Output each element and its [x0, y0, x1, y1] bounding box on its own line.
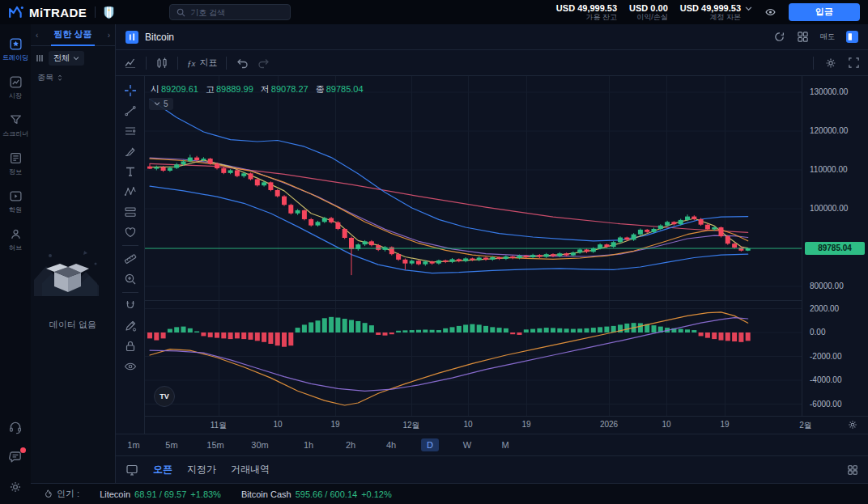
profit-loss-label: 이익/손실: [629, 13, 668, 21]
chat-icon[interactable]: [8, 450, 23, 464]
eye-icon[interactable]: [764, 7, 777, 17]
close-value: 89785.04: [326, 84, 364, 94]
sidebar-item-hub[interactable]: 허브: [9, 227, 23, 252]
orders-tabbar: 오픈 지정가 거래내역: [116, 455, 868, 483]
chevron-down-icon[interactable]: [745, 6, 752, 11]
timeframe-1h[interactable]: 1h: [298, 438, 319, 451]
undo-icon[interactable]: [236, 57, 249, 70]
price-axis[interactable]: 130000.00120000.00110000.00100000.008000…: [802, 76, 868, 416]
lock-icon[interactable]: [123, 339, 138, 354]
search-input[interactable]: [190, 8, 297, 17]
long-position-icon[interactable]: [123, 205, 138, 219]
ticker-name: Litecoin: [100, 489, 130, 499]
timeframe-5m[interactable]: 5m: [160, 438, 183, 451]
indicator-group-chip[interactable]: 5: [149, 98, 173, 110]
market-icon: [9, 75, 23, 89]
settings-gear-icon[interactable]: [8, 480, 23, 494]
timeframe-monthly[interactable]: M: [496, 438, 514, 451]
redo-icon[interactable]: [257, 57, 270, 70]
available-balance-label: 가용 잔고: [556, 13, 617, 21]
fib-retracement-icon[interactable]: [123, 124, 138, 138]
watchlist-tab-favorites[interactable]: 찜한 상품: [51, 23, 94, 46]
hide-drawings-eye-icon[interactable]: [123, 359, 138, 374]
chevron-right-icon[interactable]: ›: [106, 29, 112, 41]
fullscreen-icon[interactable]: [848, 57, 860, 69]
trend-line-icon[interactable]: [123, 104, 138, 118]
search-icon: [177, 8, 185, 17]
magnet-icon[interactable]: [123, 299, 138, 313]
sidebar-item-label: 시장: [9, 91, 22, 100]
sidebar-item-news[interactable]: 정보: [9, 151, 23, 176]
fx-icon: ƒx: [187, 58, 195, 68]
available-balance-value: USD 49,999.53: [556, 3, 617, 14]
profit-loss-value: USD 0.00: [629, 3, 668, 14]
ticker-name: Bitcoin Cash: [241, 489, 291, 499]
symbol-search[interactable]: [169, 4, 291, 20]
afa-emblem-icon[interactable]: [104, 6, 114, 19]
time-axis-tick: 10: [260, 420, 296, 429]
screener-funnel-icon: [9, 113, 23, 127]
macd-axis-tick: -2000.00: [810, 352, 841, 361]
sidebar-nav: 트레이딩 시장 스크리너 정보 학원 허브: [0, 24, 31, 504]
sidebar-item-market[interactable]: 시장: [9, 75, 23, 100]
candle-type-icon[interactable]: [155, 57, 168, 70]
crosshair-icon[interactable]: [123, 83, 138, 98]
timeframe-15m[interactable]: 15m: [201, 438, 229, 451]
symbol-tab-bitcoin[interactable]: Bitcoin: [145, 32, 174, 43]
edit-pencil-icon[interactable]: [123, 319, 138, 333]
sidebar-item-academy[interactable]: 학원: [9, 189, 23, 214]
watchlist-column-header[interactable]: 종목: [31, 69, 115, 87]
deposit-button[interactable]: 입금: [789, 3, 860, 21]
expand-grid-icon[interactable]: [847, 464, 858, 476]
chevron-left-icon[interactable]: ‹: [34, 29, 40, 41]
price-chart-canvas[interactable]: [145, 76, 802, 416]
zoom-in-icon[interactable]: [123, 272, 138, 286]
timeframe-daily[interactable]: D: [421, 438, 439, 451]
layout-grid-icon[interactable]: [797, 31, 809, 43]
chart-settings-gear-icon[interactable]: [824, 57, 837, 70]
chart-style-icon[interactable]: [124, 57, 137, 70]
refresh-icon[interactable]: [773, 31, 785, 43]
timeframe-30m[interactable]: 30m: [245, 438, 274, 451]
time-axis[interactable]: 11월101912월1019202610192월: [145, 416, 868, 434]
timeframe-1m[interactable]: 1m: [121, 438, 145, 451]
sidebar-item-label: 학원: [9, 205, 22, 214]
timeframe-2h[interactable]: 2h: [340, 438, 361, 451]
tab-trade-history[interactable]: 거래내역: [231, 463, 270, 476]
time-axis-tick: 10: [649, 420, 684, 429]
empty-box-illustration: [31, 241, 105, 299]
symbol-tabbar: Bitcoin 매도: [116, 24, 868, 50]
sidebar-item-label: 트레이딩: [2, 53, 28, 62]
news-icon: [9, 151, 23, 165]
ruler-measure-icon[interactable]: [123, 252, 138, 266]
brush-icon[interactable]: [123, 144, 138, 159]
watchlist-filter-dropdown[interactable]: 전체: [49, 51, 84, 66]
emoji-heart-icon[interactable]: [123, 225, 138, 239]
mitrade-logo[interactable]: MiTRADE: [8, 5, 87, 19]
axis-settings-gear-icon[interactable]: [847, 419, 858, 430]
chart-plot[interactable]: 시89209.61 고89889.99 저89078.27 종89785.04 …: [145, 76, 802, 416]
sidebar-item-trading[interactable]: 트레이딩: [2, 37, 28, 62]
text-tool-icon[interactable]: [123, 164, 138, 179]
tab-pending-orders[interactable]: 지정가: [187, 463, 216, 476]
account-summary: USD 49,999.53 가용 잔고 USD 0.00 이익/손실 USD 4…: [556, 3, 860, 22]
timeframe-weekly[interactable]: W: [457, 438, 477, 451]
tab-open-positions[interactable]: 오픈: [153, 463, 172, 476]
trade-panel-toggle-icon[interactable]: [846, 31, 858, 43]
filter-bars-icon[interactable]: [36, 53, 45, 63]
indicators-label: 지표: [199, 57, 217, 69]
indicators-button[interactable]: ƒx 지표: [187, 57, 217, 69]
open-label: 시: [151, 84, 160, 94]
low-label: 저: [261, 84, 270, 94]
empty-state-text: 데이터 없음: [31, 319, 115, 331]
ticker-litecoin[interactable]: Litecoin 68.91 / 69.57 +1.83%: [100, 489, 221, 499]
watchlist-header: ‹ 찜한 상품 ›: [31, 24, 115, 46]
sidebar-item-screener[interactable]: 스크리너: [2, 113, 28, 138]
xabcd-pattern-icon[interactable]: [123, 184, 138, 199]
timeframe-4h[interactable]: 4h: [381, 438, 402, 451]
support-headset-icon[interactable]: [8, 420, 23, 434]
sell-panel-label: 매도: [820, 32, 835, 42]
ticker-bitcoin-cash[interactable]: Bitcoin Cash 595.66 / 600.14 +0.12%: [241, 489, 392, 499]
tradingview-logo[interactable]: TV: [154, 386, 175, 407]
macd-axis-tick: -4000.00: [810, 375, 841, 384]
